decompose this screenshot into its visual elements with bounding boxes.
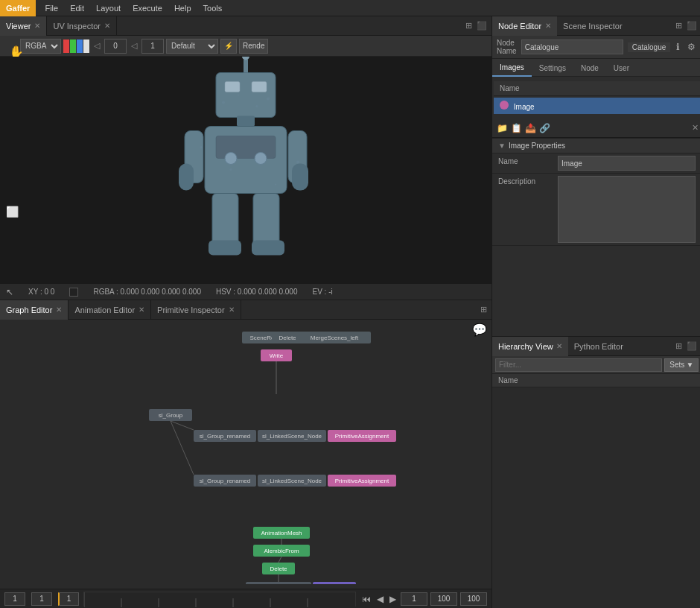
svg-text:PrimitiveAssignment: PrimitiveAssignment: [335, 433, 389, 440]
menu-execute[interactable]: Execute: [127, 0, 168, 16]
svg-line-51: [171, 421, 194, 475]
subtab-settings[interactable]: Settings: [532, 59, 573, 77]
lightning-btn[interactable]: ⚡: [220, 39, 237, 54]
graph-area[interactable]: 💬 SceneReader Delete MergeScenes_left Wr…: [0, 320, 491, 589]
animation-editor-close[interactable]: ✕: [139, 305, 144, 314]
tab-animation-editor[interactable]: Animation Editor ✕: [69, 300, 151, 320]
svg-text:sl_Group_renamed: sl_Group_renamed: [200, 478, 250, 484]
render-btn[interactable]: Rende: [239, 39, 268, 54]
menu-bar: Gaffer File Edit Layout Execute Help Too…: [0, 0, 700, 16]
graph-grid-btn[interactable]: ⊞: [476, 305, 491, 314]
preset-select[interactable]: Default: [166, 39, 218, 54]
node-settings-icon[interactable]: ⚙: [686, 42, 697, 52]
subtab-user[interactable]: User: [606, 59, 637, 77]
crop-tool-icon[interactable]: ⬜: [6, 206, 19, 218]
gamma-triangle[interactable]: ◁: [92, 39, 102, 53]
section-close-btn[interactable]: ✕: [692, 123, 699, 133]
duplicate-icon[interactable]: 📋: [511, 123, 522, 133]
image-row-selected[interactable]: Image: [494, 98, 700, 114]
tab-primitive-inspector[interactable]: Primitive Inspector ✕: [151, 300, 241, 320]
node-info-icon[interactable]: ℹ: [675, 42, 681, 52]
gain-triangle[interactable]: ◁: [129, 39, 139, 53]
skip-back-btn[interactable]: ⏮: [360, 594, 372, 604]
step-back-btn[interactable]: ◀: [375, 594, 385, 604]
menu-file[interactable]: File: [39, 0, 64, 16]
prop-name-row: Name: [492, 153, 700, 174]
node-name-label: Node Name: [497, 39, 517, 55]
viewer-layout-icon[interactable]: ⊞: [464, 21, 474, 31]
play-start-frame[interactable]: 1: [401, 592, 427, 606]
hierarchy-toolbar: Sets ▼: [492, 356, 700, 374]
channel-select[interactable]: RGBA: [20, 39, 61, 54]
timeline-ruler[interactable]: [83, 592, 356, 607]
tab-python-editor[interactable]: Python Editor: [568, 337, 629, 356]
svg-point-19: [222, 101, 225, 104]
svg-text:sl_Group: sl_Group: [159, 412, 183, 419]
svg-rect-6: [237, 116, 255, 127]
tab-graph-editor[interactable]: Graph Editor ✕: [0, 300, 69, 320]
right-layout-icon[interactable]: ⊞: [674, 21, 684, 31]
svg-rect-60: [313, 582, 356, 584]
subtab-images[interactable]: Images: [492, 59, 532, 77]
menu-tools[interactable]: Tools: [197, 0, 229, 16]
hierarchy-expand-icon[interactable]: ⬛: [685, 341, 699, 351]
node-editor-close[interactable]: ✕: [545, 22, 551, 30]
uv-inspector-close-btn[interactable]: ✕: [104, 22, 110, 30]
frame-current-2[interactable]: 1: [31, 592, 52, 606]
svg-text:sl_LinkedScene_Node: sl_LinkedScene_Node: [262, 433, 322, 440]
hierarchy-filter-input[interactable]: [495, 358, 662, 372]
total-frames[interactable]: 100: [460, 592, 487, 606]
node-name-display: Catalogue: [628, 42, 671, 52]
tab-hierarchy-view[interactable]: Hierarchy View ✕: [492, 337, 568, 356]
gamma-value[interactable]: [104, 39, 127, 54]
tab-uv-inspector[interactable]: UV Inspector ✕: [47, 16, 117, 36]
svg-rect-3: [252, 82, 267, 92]
frame-current-3[interactable]: 1: [58, 592, 79, 606]
menu-edit[interactable]: Edit: [64, 0, 90, 16]
graph-editor-close[interactable]: ✕: [56, 305, 62, 314]
prop-name-field[interactable]: [558, 156, 696, 171]
images-table-container: Name Image: [492, 77, 700, 118]
color-swatches: [63, 39, 89, 53]
viewer-tab-bar: Viewer ✕ UV Inspector ✕ ⊞ ⬛: [0, 16, 491, 36]
export-icon[interactable]: 📤: [525, 123, 536, 133]
section-title: ▼ Image Properties: [492, 139, 700, 153]
menu-layout[interactable]: Layout: [90, 0, 127, 16]
hierarchy-layout-icon[interactable]: ⊞: [674, 341, 684, 351]
link-icon[interactable]: 🔗: [539, 123, 550, 133]
prop-desc-field[interactable]: [558, 176, 696, 243]
tab-node-editor[interactable]: Node Editor ✕: [492, 16, 557, 36]
svg-point-9: [225, 153, 237, 165]
menu-help[interactable]: Help: [168, 0, 197, 16]
node-name-input[interactable]: [521, 39, 623, 54]
svg-rect-58: [246, 582, 311, 584]
play-btn[interactable]: ▶: [388, 594, 398, 604]
viewer-close-btn[interactable]: ✕: [34, 22, 40, 30]
svg-point-21: [238, 95, 239, 96]
svg-point-23: [230, 168, 232, 171]
viewer-toolbar: ✋ RGBA ◁ ◁ Default ⚡ Rende: [0, 36, 491, 57]
tab-viewer[interactable]: Viewer ✕: [0, 16, 47, 36]
xy-coords: XY : 0 0: [28, 288, 54, 296]
node-name-bar: Node Name Catalogue ℹ ⚙: [492, 36, 700, 59]
gain-value[interactable]: [141, 39, 164, 54]
svg-point-25: [200, 146, 203, 148]
subtab-node[interactable]: Node: [573, 59, 606, 77]
bottom-tab-bar: Graph Editor ✕ Animation Editor ✕ Primit…: [0, 300, 491, 320]
viewer-expand-icon[interactable]: ⬛: [475, 21, 489, 31]
play-end-frame[interactable]: 100: [430, 592, 457, 606]
svg-rect-17: [209, 241, 241, 256]
frame-current-1[interactable]: 1: [4, 592, 25, 606]
images-col-name: Name: [494, 81, 700, 96]
tab-scene-inspector[interactable]: Scene Inspector: [557, 16, 629, 36]
rgba-values: RGBA : 0.000 0.000 0.000 0.000: [93, 288, 201, 296]
sets-button[interactable]: Sets ▼: [664, 358, 699, 372]
right-expand-icon[interactable]: ⬛: [685, 21, 699, 31]
new-item-icon[interactable]: 📁: [497, 123, 508, 133]
svg-text:Delete: Delete: [270, 566, 287, 572]
hierarchy-view-close[interactable]: ✕: [556, 342, 562, 350]
viewer-status-bar: ↖ XY : 0 0 RGBA : 0.000 0.000 0.000 0.00…: [0, 283, 491, 300]
cursor-icon: ↖: [6, 287, 13, 297]
svg-point-26: [296, 161, 299, 164]
primitive-inspector-close[interactable]: ✕: [229, 305, 235, 314]
